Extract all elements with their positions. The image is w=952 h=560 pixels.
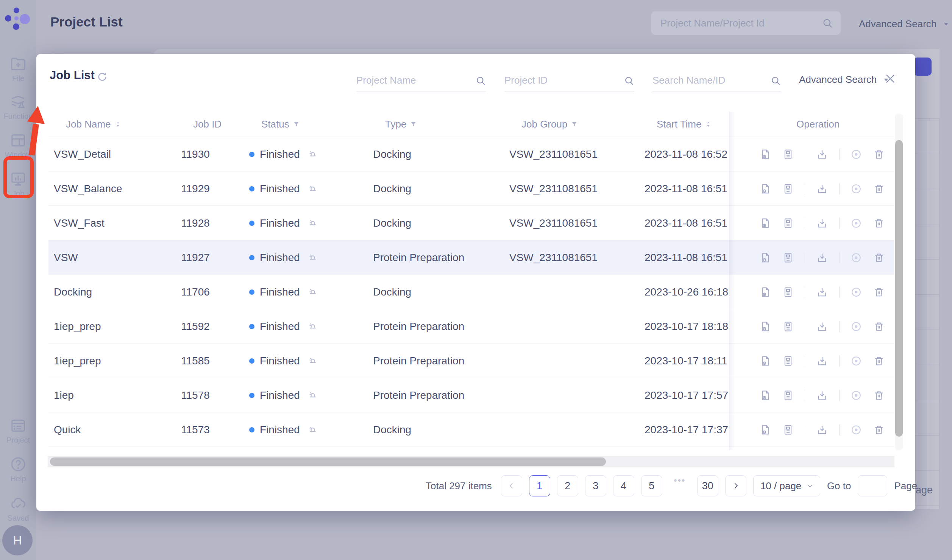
log-icon[interactable] [782, 355, 794, 367]
sidebar-item-project[interactable]: Project [0, 417, 36, 445]
log-icon[interactable] [782, 390, 794, 401]
log-icon[interactable] [782, 218, 794, 229]
sidebar-item-job[interactable]: Job [0, 170, 36, 198]
stop-icon[interactable] [851, 183, 862, 194]
download-icon[interactable] [816, 149, 828, 160]
table-row[interactable]: 1iep_prep11585FinishedProtein Preparatio… [48, 344, 894, 378]
table-row[interactable]: 1iep_prep11592FinishedProtein Preparatio… [48, 309, 894, 344]
horizontal-scrollbar[interactable] [48, 456, 894, 467]
log-icon[interactable] [782, 149, 794, 160]
log-icon[interactable] [782, 183, 794, 194]
column-header-job-name[interactable]: Job Name [66, 112, 121, 137]
page-button-4[interactable]: 4 [613, 475, 634, 496]
sidebar-item-saved[interactable]: Saved [0, 495, 36, 523]
table-row[interactable]: VSW_Detail11930FinishedDockingVSW_231108… [48, 137, 894, 171]
vertical-scrollbar-thumb[interactable] [895, 140, 903, 437]
column-header-type[interactable]: Type [385, 112, 417, 137]
delete-icon[interactable] [873, 286, 885, 298]
view-result-icon[interactable] [760, 252, 771, 263]
notify-siren-icon[interactable] [307, 287, 318, 297]
view-result-icon[interactable] [760, 218, 771, 229]
download-icon[interactable] [816, 183, 828, 194]
view-result-icon[interactable] [760, 149, 771, 160]
table-row[interactable]: Docking11706FinishedDocking2023-10-26 16… [48, 275, 894, 309]
notify-siren-icon[interactable] [307, 425, 318, 435]
table-row[interactable]: Quick11573FinishedDocking2023-10-17 17:3… [48, 412, 894, 447]
view-result-icon[interactable] [760, 355, 771, 367]
filter-icon[interactable] [293, 121, 300, 128]
project-name-filter-input[interactable]: Project Name [356, 69, 486, 92]
download-icon[interactable] [816, 424, 828, 436]
previous-page-button[interactable] [501, 475, 522, 496]
notify-siren-icon[interactable] [307, 218, 318, 229]
table-row[interactable]: VSW_Balance11929FinishedDockingVSW_23110… [48, 171, 894, 206]
filter-icon[interactable] [571, 121, 577, 128]
sort-icon[interactable] [705, 121, 712, 128]
delete-icon[interactable] [873, 183, 885, 194]
vertical-scrollbar[interactable] [895, 114, 903, 450]
notify-siren-icon[interactable] [307, 390, 318, 401]
sidebar-item-file[interactable]: File [0, 55, 36, 83]
page-button-3[interactable]: 3 [585, 475, 606, 496]
delete-icon[interactable] [873, 252, 885, 263]
modal-advanced-search-toggle[interactable]: Advanced Search [799, 74, 890, 86]
stop-icon[interactable] [851, 321, 862, 332]
delete-icon[interactable] [873, 218, 885, 229]
page-button-30[interactable]: 30 [697, 475, 718, 496]
sort-icon[interactable] [115, 121, 121, 128]
sidebar-item-function[interactable]: Function [0, 93, 36, 121]
download-icon[interactable] [816, 355, 828, 367]
download-icon[interactable] [816, 252, 828, 263]
log-icon[interactable] [782, 424, 794, 436]
table-row[interactable]: VSW11927FinishedProtein PreparationVSW_2… [48, 240, 894, 275]
view-result-icon[interactable] [760, 286, 771, 298]
view-result-icon[interactable] [760, 183, 771, 194]
download-icon[interactable] [816, 390, 828, 401]
column-header-job-group[interactable]: Job Group [521, 112, 577, 137]
pagination-ellipsis[interactable]: ••• [669, 475, 690, 496]
stop-icon[interactable] [851, 252, 862, 263]
table-row[interactable]: 1iep11578FinishedProtein Preparation2023… [48, 378, 894, 412]
horizontal-scrollbar-thumb[interactable] [50, 457, 606, 466]
notify-siren-icon[interactable] [307, 149, 318, 160]
next-page-button[interactable] [725, 475, 746, 496]
stop-icon[interactable] [851, 218, 862, 229]
stop-icon[interactable] [851, 149, 862, 160]
app-logo[interactable] [0, 0, 36, 36]
notify-siren-icon[interactable] [307, 184, 318, 194]
delete-icon[interactable] [873, 321, 885, 332]
notify-siren-icon[interactable] [307, 252, 318, 263]
delete-icon[interactable] [873, 355, 885, 367]
user-avatar[interactable]: H [2, 525, 33, 555]
log-icon[interactable] [782, 286, 794, 298]
advanced-search-toggle[interactable]: Advanced Search [859, 17, 950, 30]
view-result-icon[interactable] [760, 390, 771, 401]
page-button-1[interactable]: 1 [529, 475, 550, 496]
stop-icon[interactable] [851, 424, 862, 436]
notify-siren-icon[interactable] [307, 356, 318, 366]
sidebar-item-window[interactable]: Window [0, 132, 36, 159]
page-button-2[interactable]: 2 [557, 475, 578, 496]
column-header-start-time[interactable]: Start Time [657, 112, 712, 137]
goto-page-input[interactable] [858, 475, 887, 496]
filter-icon[interactable] [410, 121, 417, 128]
log-icon[interactable] [782, 321, 794, 332]
project-id-filter-input[interactable]: Project ID [504, 69, 634, 92]
download-icon[interactable] [816, 321, 828, 332]
stop-icon[interactable] [851, 355, 862, 367]
notify-siren-icon[interactable] [307, 321, 318, 332]
refresh-icon[interactable] [97, 72, 108, 82]
log-icon[interactable] [782, 252, 794, 263]
delete-icon[interactable] [873, 424, 885, 436]
stop-icon[interactable] [851, 286, 862, 298]
delete-icon[interactable] [873, 390, 885, 401]
search-name-id-filter-input[interactable]: Search Name/ID [652, 69, 781, 92]
view-result-icon[interactable] [760, 424, 771, 436]
project-search-input[interactable]: Project Name/Project Id [651, 11, 841, 35]
stop-icon[interactable] [851, 390, 862, 401]
delete-icon[interactable] [873, 149, 885, 160]
column-header-status[interactable]: Status [261, 112, 300, 137]
download-icon[interactable] [816, 218, 828, 229]
sidebar-item-help[interactable]: Help [0, 456, 36, 483]
view-result-icon[interactable] [760, 321, 771, 332]
